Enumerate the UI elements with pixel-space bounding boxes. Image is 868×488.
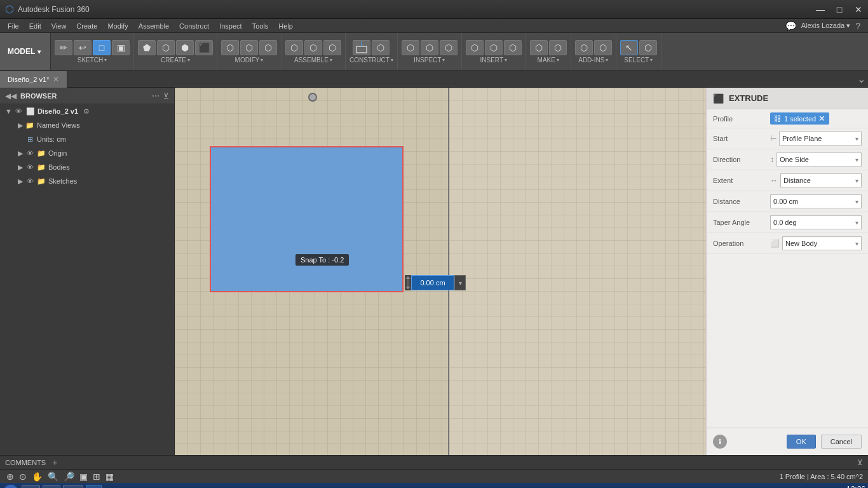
insert-icon-1[interactable]: ⬡	[466, 40, 484, 55]
browser-item-units[interactable]: ⊞ Units: cm	[0, 132, 174, 146]
sketches-eye-icon[interactable]: 👁	[25, 177, 34, 186]
orbit-icon[interactable]: ⊙	[18, 471, 28, 482]
toolbar-group-construct[interactable]: ⬡ CONSTRUCT▾	[346, 33, 398, 70]
menu-modify[interactable]: Modify	[102, 21, 133, 31]
start-select[interactable]: Profile Plane ▾	[779, 132, 862, 146]
distance-field[interactable]: 0.00 cm ▾	[770, 194, 862, 208]
select-icon-1[interactable]: ↖	[620, 40, 638, 55]
inspect-icon-2[interactable]: ⬡	[421, 40, 438, 55]
menu-help[interactable]: Help	[273, 21, 298, 31]
distance-dropdown-arrow[interactable]: ▾	[454, 275, 466, 290]
ok-button[interactable]: OK	[787, 435, 816, 449]
select-icon-2[interactable]: ⬡	[639, 40, 657, 55]
sketch-icon-3[interactable]: □	[93, 40, 111, 55]
browser-item-origin[interactable]: ▶ 👁 📁 Origin	[0, 146, 174, 160]
create-icon-2[interactable]: ⬡	[157, 40, 175, 55]
assemble-icon-3[interactable]: ⬡	[323, 40, 341, 55]
browser-item-design[interactable]: ▼ 👁 ⬜ Diseño_2 v1 ⚙	[0, 104, 174, 118]
menu-create[interactable]: Create	[71, 21, 102, 31]
comments-add-icon[interactable]: +	[52, 458, 57, 468]
modify-icon-2[interactable]: ⬡	[240, 40, 258, 55]
comment-icon[interactable]: 💬	[785, 21, 796, 31]
toolbar-group-select[interactable]: ↖ ⬡ SELECT▾	[616, 33, 661, 70]
extent-select[interactable]: Distance ▾	[780, 173, 862, 187]
menu-view[interactable]: View	[46, 21, 72, 31]
construct-icon-2[interactable]: ⬡	[372, 40, 390, 55]
start-button[interactable]: ⊞	[3, 484, 19, 488]
tab-expand-icon[interactable]: ⌄	[857, 73, 868, 85]
browser-item-named-views[interactable]: ▶ 📁 Named Views	[0, 118, 174, 132]
operation-select[interactable]: New Body ▾	[782, 236, 862, 250]
create-icon-1[interactable]: ⬟	[138, 40, 156, 55]
tab-close-button[interactable]: ✕	[53, 75, 59, 84]
design-settings-icon[interactable]: ⚙	[83, 107, 90, 116]
zoom-icon[interactable]: 🔍	[46, 471, 60, 482]
grid-icon[interactable]: ⊞	[92, 471, 102, 482]
distance-input[interactable]	[411, 275, 454, 290]
toolbar-group-make[interactable]: ⬡ ⬡ MAKE▾	[526, 33, 571, 70]
toolbar-group-addins[interactable]: ⬡ ⬡ ADD-INS▾	[571, 33, 616, 70]
addins-icon-1[interactable]: ⬡	[575, 40, 593, 55]
make-icon-2[interactable]: ⬡	[549, 40, 567, 55]
modify-icon-3[interactable]: ⬡	[259, 40, 277, 55]
taskbar-explorer[interactable]: 🗂	[22, 485, 40, 488]
addins-icon-2[interactable]: ⬡	[594, 40, 612, 55]
create-icon-4[interactable]: ⬛	[195, 40, 213, 55]
active-tab[interactable]: Diseño_2 v1* ✕	[0, 71, 67, 88]
browser-options-icon[interactable]: ⋯	[152, 92, 159, 100]
direction-select[interactable]: One Side ▾	[776, 152, 862, 166]
extrude-info-button[interactable]: ℹ	[713, 435, 727, 449]
profile-clear-button[interactable]: ✕	[818, 114, 825, 123]
insert-icon-3[interactable]: ⬡	[504, 40, 522, 55]
taskbar-chrome[interactable]: ◉	[43, 485, 60, 488]
menu-tools[interactable]: Tools	[247, 21, 274, 31]
viewport[interactable]: Snap To : -0.2 ▾	[175, 88, 706, 455]
toolbar-group-sketch[interactable]: ✏ ↩ □ ▣ SKETCH▾	[51, 33, 134, 70]
toolbar-group-insert[interactable]: ⬡ ⬡ ⬡ INSERT▾	[462, 33, 526, 70]
inspect-icon-3[interactable]: ⬡	[440, 40, 458, 55]
menu-construct[interactable]: Construct	[174, 21, 214, 31]
toolbar-group-create[interactable]: ⬟ ⬡ ⬢ ⬛ CREATE▾	[134, 33, 217, 70]
browser-expand-icon[interactable]: ⊻	[163, 92, 169, 100]
create-icon-3[interactable]: ⬢	[176, 40, 194, 55]
taskbar-files[interactable]: 📁	[63, 485, 83, 488]
taskbar-fusion[interactable]: F	[86, 485, 102, 488]
menu-inspect[interactable]: Inspect	[214, 21, 247, 31]
inspect-icon-1[interactable]: ⬡	[402, 40, 419, 55]
insert-icon-2[interactable]: ⬡	[485, 40, 503, 55]
make-icon-1[interactable]: ⬡	[530, 40, 548, 55]
menu-assemble[interactable]: Assemble	[133, 21, 174, 31]
assemble-icon-2[interactable]: ⬡	[304, 40, 322, 55]
origin-eye-icon[interactable]: 👁	[25, 149, 34, 158]
maximize-button[interactable]: □	[830, 0, 849, 19]
bodies-eye-icon[interactable]: 👁	[25, 163, 34, 172]
pan-icon[interactable]: ✋	[31, 471, 44, 482]
browser-item-sketches[interactable]: ▶ 👁 📁 Sketches	[0, 174, 174, 188]
construct-icon-1[interactable]	[353, 40, 370, 55]
modify-icon-1[interactable]: ⬡	[221, 40, 239, 55]
browser-collapse-icon[interactable]: ◀◀	[5, 92, 17, 100]
toolbar-group-inspect[interactable]: ⬡ ⬡ ⬡ INSPECT▾	[398, 33, 462, 70]
display-mode-icon[interactable]: ▣	[78, 471, 89, 482]
sketch-icon-1[interactable]: ✏	[55, 40, 72, 55]
close-button[interactable]: ✕	[849, 0, 868, 19]
browser-item-bodies[interactable]: ▶ 👁 📁 Bodies	[0, 160, 174, 174]
zoom-window-icon[interactable]: 🔎	[62, 471, 76, 482]
sketch-icon-2[interactable]: ↩	[74, 40, 92, 55]
fit-icon[interactable]: ⊕	[5, 471, 15, 482]
menu-edit[interactable]: Edit	[24, 21, 46, 31]
extruded-shape[interactable]	[210, 146, 403, 292]
minimize-button[interactable]: —	[811, 0, 830, 19]
grid-snap-icon[interactable]: ▦	[104, 471, 115, 482]
help-icon[interactable]: ?	[855, 21, 860, 31]
design-eye-icon[interactable]: 👁	[15, 107, 24, 116]
cancel-button[interactable]: Cancel	[821, 435, 862, 449]
toolbar-group-modify[interactable]: ⬡ ⬡ ⬡ MODIFY▾	[217, 33, 281, 70]
sketch-icon-4[interactable]: ▣	[112, 40, 130, 55]
toolbar-group-assemble[interactable]: ⬡ ⬡ ⬡ ASSEMBLE▾	[281, 33, 346, 70]
comments-collapse-icon[interactable]: ⊻	[857, 458, 863, 467]
taper-field[interactable]: 0.0 deg ▾	[770, 215, 862, 229]
model-button[interactable]: MODEL ▾	[0, 33, 51, 70]
menu-file[interactable]: File	[3, 21, 24, 31]
assemble-icon-1[interactable]: ⬡	[285, 40, 303, 55]
